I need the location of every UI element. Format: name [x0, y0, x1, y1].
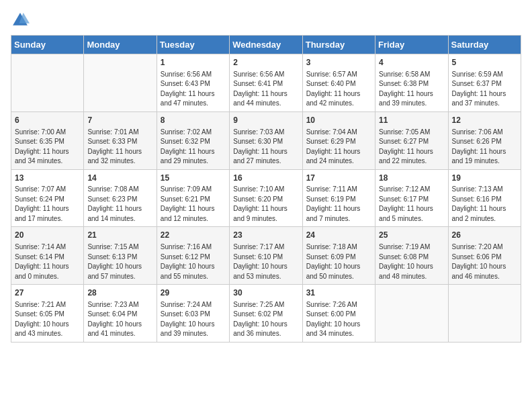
day-header-monday: Monday — [84, 36, 157, 54]
calendar-cell: 27Sunrise: 7:21 AMSunset: 6:05 PMDayligh… — [11, 285, 84, 342]
day-info: Sunrise: 7:10 AMSunset: 6:20 PMDaylight:… — [233, 185, 298, 224]
day-number: 10 — [306, 115, 371, 126]
calendar-cell — [448, 285, 521, 342]
day-number: 6 — [15, 115, 80, 126]
day-number: 2 — [233, 57, 298, 68]
day-info: Sunrise: 7:02 AMSunset: 6:32 PMDaylight:… — [161, 128, 226, 167]
day-info: Sunrise: 7:06 AMSunset: 6:26 PMDaylight:… — [452, 128, 517, 167]
day-info: Sunrise: 7:15 AMSunset: 6:13 PMDaylight:… — [87, 242, 152, 281]
day-number: 11 — [379, 115, 444, 126]
day-info: Sunrise: 7:19 AMSunset: 6:08 PMDaylight:… — [379, 242, 444, 281]
day-number: 22 — [161, 230, 226, 241]
day-number: 3 — [306, 57, 371, 68]
day-number: 16 — [233, 173, 298, 184]
day-number: 30 — [233, 287, 298, 299]
day-number: 19 — [452, 173, 517, 184]
day-info: Sunrise: 7:25 AMSunset: 6:02 PMDaylight:… — [233, 300, 298, 339]
day-number: 25 — [379, 230, 444, 241]
day-info: Sunrise: 7:20 AMSunset: 6:06 PMDaylight:… — [452, 242, 517, 281]
day-info: Sunrise: 7:16 AMSunset: 6:12 PMDaylight:… — [161, 242, 226, 281]
day-info: Sunrise: 7:14 AMSunset: 6:14 PMDaylight:… — [15, 242, 80, 281]
calendar-cell — [11, 54, 84, 112]
calendar-cell: 31Sunrise: 7:26 AMSunset: 6:00 PMDayligh… — [302, 285, 375, 342]
calendar-cell: 11Sunrise: 7:05 AMSunset: 6:27 PMDayligh… — [375, 111, 448, 169]
calendar-cell: 24Sunrise: 7:18 AMSunset: 6:09 PMDayligh… — [302, 227, 375, 285]
day-header-saturday: Saturday — [448, 36, 521, 54]
calendar-cell: 22Sunrise: 7:16 AMSunset: 6:12 PMDayligh… — [157, 227, 229, 285]
calendar-cell: 6Sunrise: 7:00 AMSunset: 6:35 PMDaylight… — [11, 111, 84, 169]
day-info: Sunrise: 6:59 AMSunset: 6:37 PMDaylight:… — [452, 70, 517, 109]
calendar-cell: 2Sunrise: 6:56 AMSunset: 6:41 PMDaylight… — [230, 54, 302, 112]
calendar-cell: 7Sunrise: 7:01 AMSunset: 6:33 PMDaylight… — [84, 111, 157, 169]
calendar-week-4: 27Sunrise: 7:21 AMSunset: 6:05 PMDayligh… — [11, 285, 521, 342]
day-number: 24 — [306, 230, 371, 241]
day-number: 5 — [452, 57, 517, 68]
day-number: 12 — [452, 115, 517, 126]
day-info: Sunrise: 7:18 AMSunset: 6:09 PMDaylight:… — [306, 242, 371, 281]
day-header-sunday: Sunday — [11, 36, 84, 54]
day-header-friday: Friday — [375, 36, 448, 54]
logo-icon — [11, 11, 30, 30]
day-info: Sunrise: 6:56 AMSunset: 6:41 PMDaylight:… — [233, 70, 298, 109]
day-number: 7 — [87, 115, 152, 126]
calendar-cell: 3Sunrise: 6:57 AMSunset: 6:40 PMDaylight… — [302, 54, 375, 112]
day-info: Sunrise: 7:24 AMSunset: 6:03 PMDaylight:… — [161, 300, 226, 339]
calendar-body: 1Sunrise: 6:56 AMSunset: 6:43 PMDaylight… — [11, 54, 521, 342]
day-info: Sunrise: 7:21 AMSunset: 6:05 PMDaylight:… — [15, 300, 80, 339]
calendar-week-1: 6Sunrise: 7:00 AMSunset: 6:35 PMDaylight… — [11, 111, 521, 169]
day-number: 8 — [161, 115, 226, 126]
day-number: 21 — [87, 230, 152, 241]
day-info: Sunrise: 7:03 AMSunset: 6:30 PMDaylight:… — [233, 128, 298, 167]
calendar-cell: 17Sunrise: 7:11 AMSunset: 6:19 PMDayligh… — [302, 169, 375, 227]
day-number: 17 — [306, 173, 371, 184]
calendar-cell: 9Sunrise: 7:03 AMSunset: 6:30 PMDaylight… — [230, 111, 302, 169]
page-header — [11, 11, 521, 30]
day-info: Sunrise: 6:57 AMSunset: 6:40 PMDaylight:… — [306, 70, 371, 109]
day-info: Sunrise: 7:05 AMSunset: 6:27 PMDaylight:… — [379, 128, 444, 167]
day-info: Sunrise: 7:13 AMSunset: 6:16 PMDaylight:… — [452, 185, 517, 224]
day-info: Sunrise: 6:56 AMSunset: 6:43 PMDaylight:… — [161, 70, 226, 109]
day-info: Sunrise: 7:07 AMSunset: 6:24 PMDaylight:… — [15, 185, 80, 224]
day-number: 27 — [15, 287, 80, 299]
day-number: 15 — [161, 173, 226, 184]
calendar-cell: 21Sunrise: 7:15 AMSunset: 6:13 PMDayligh… — [84, 227, 157, 285]
header-row: SundayMondayTuesdayWednesdayThursdayFrid… — [11, 36, 521, 54]
calendar-cell: 1Sunrise: 6:56 AMSunset: 6:43 PMDaylight… — [157, 54, 229, 112]
calendar-cell: 13Sunrise: 7:07 AMSunset: 6:24 PMDayligh… — [11, 169, 84, 227]
day-info: Sunrise: 7:00 AMSunset: 6:35 PMDaylight:… — [15, 128, 80, 167]
day-number: 26 — [452, 230, 517, 241]
calendar-cell: 25Sunrise: 7:19 AMSunset: 6:08 PMDayligh… — [375, 227, 448, 285]
calendar-cell: 19Sunrise: 7:13 AMSunset: 6:16 PMDayligh… — [448, 169, 521, 227]
calendar-cell: 16Sunrise: 7:10 AMSunset: 6:20 PMDayligh… — [230, 169, 302, 227]
day-header-tuesday: Tuesday — [157, 36, 229, 54]
day-number: 1 — [161, 57, 226, 68]
day-info: Sunrise: 7:04 AMSunset: 6:29 PMDaylight:… — [306, 128, 371, 167]
day-number: 29 — [161, 287, 226, 299]
day-info: Sunrise: 7:26 AMSunset: 6:00 PMDaylight:… — [306, 300, 371, 339]
calendar-cell: 28Sunrise: 7:23 AMSunset: 6:04 PMDayligh… — [84, 285, 157, 342]
calendar-cell: 26Sunrise: 7:20 AMSunset: 6:06 PMDayligh… — [448, 227, 521, 285]
calendar-week-3: 20Sunrise: 7:14 AMSunset: 6:14 PMDayligh… — [11, 227, 521, 285]
calendar-cell — [84, 54, 157, 112]
day-number: 14 — [87, 173, 152, 184]
calendar-table: SundayMondayTuesdayWednesdayThursdayFrid… — [11, 35, 521, 342]
calendar-cell: 15Sunrise: 7:09 AMSunset: 6:21 PMDayligh… — [157, 169, 229, 227]
day-info: Sunrise: 7:12 AMSunset: 6:17 PMDaylight:… — [379, 185, 444, 224]
calendar-cell: 29Sunrise: 7:24 AMSunset: 6:03 PMDayligh… — [157, 285, 229, 342]
day-number: 18 — [379, 173, 444, 184]
day-info: Sunrise: 6:58 AMSunset: 6:38 PMDaylight:… — [379, 70, 444, 109]
day-number: 13 — [15, 173, 80, 184]
calendar-cell: 23Sunrise: 7:17 AMSunset: 6:10 PMDayligh… — [230, 227, 302, 285]
day-info: Sunrise: 7:01 AMSunset: 6:33 PMDaylight:… — [87, 128, 152, 167]
calendar-cell: 5Sunrise: 6:59 AMSunset: 6:37 PMDaylight… — [448, 54, 521, 112]
calendar-header: SundayMondayTuesdayWednesdayThursdayFrid… — [11, 36, 521, 54]
day-info: Sunrise: 7:17 AMSunset: 6:10 PMDaylight:… — [233, 242, 298, 281]
calendar-cell: 30Sunrise: 7:25 AMSunset: 6:02 PMDayligh… — [230, 285, 302, 342]
calendar-cell: 20Sunrise: 7:14 AMSunset: 6:14 PMDayligh… — [11, 227, 84, 285]
day-info: Sunrise: 7:23 AMSunset: 6:04 PMDaylight:… — [87, 300, 152, 339]
calendar-cell — [375, 285, 448, 342]
calendar-cell: 12Sunrise: 7:06 AMSunset: 6:26 PMDayligh… — [448, 111, 521, 169]
calendar-week-2: 13Sunrise: 7:07 AMSunset: 6:24 PMDayligh… — [11, 169, 521, 227]
day-number: 28 — [87, 287, 152, 299]
day-number: 4 — [379, 57, 444, 68]
